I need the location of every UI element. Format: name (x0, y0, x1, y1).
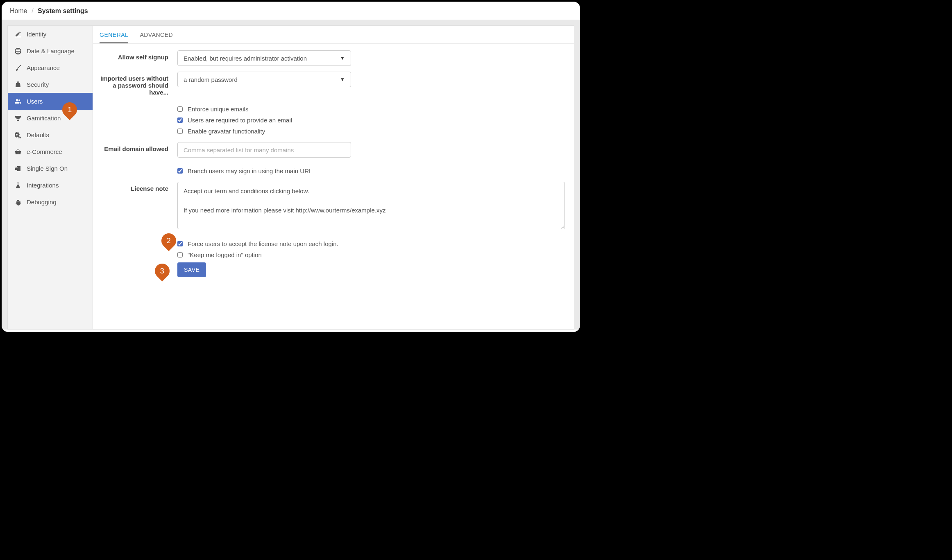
sidebar-item-label: Date & Language (27, 47, 75, 54)
label-enforce-unique-emails: Enforce unique emails (188, 106, 248, 113)
label-imported-users: Imported users without a password should… (100, 72, 177, 96)
breadcrumb: Home / System settings (2, 2, 580, 20)
tab-advanced[interactable]: ADVANCED (140, 32, 173, 43)
trophy-icon (14, 115, 23, 122)
sidebar-item-integrations[interactable]: Integrations (8, 177, 93, 194)
sidebar-item-gamification[interactable]: Gamification (8, 110, 93, 126)
bag-icon (14, 81, 23, 88)
sidebar-item-label: Gamification (27, 115, 61, 122)
label-require-email: Users are required to provide an email (188, 117, 292, 124)
pencil-square-icon (14, 31, 23, 38)
sidebar-item-label: Debugging (27, 199, 57, 205)
sidebar-item-identity[interactable]: Identity (8, 26, 93, 43)
sidebar: Identity Date & Language Appearance Secu… (7, 25, 93, 330)
sidebar-item-label: Users (27, 98, 43, 105)
bug-icon (14, 199, 23, 205)
sidebar-item-label: Identity (27, 31, 46, 38)
sidebar-item-label: Single Sign On (27, 165, 68, 172)
label-enable-gravatar: Enable gravatar functionality (188, 128, 265, 135)
settings-window: Home / System settings Identity Date & L… (0, 0, 582, 334)
label-license-note: License note (100, 182, 177, 192)
sidebar-item-users[interactable]: Users (8, 93, 93, 110)
label-allow-self-signup: Allow self signup (100, 50, 177, 61)
sidebar-item-label: e-Commerce (27, 148, 62, 155)
checkbox-enforce-unique-emails[interactable] (177, 106, 183, 112)
sidebar-item-security[interactable]: Security (8, 76, 93, 93)
tabs: GENERAL ADVANCED (93, 26, 574, 44)
gears-icon (14, 132, 23, 138)
select-value: Enabled, but requires administrator acti… (184, 55, 307, 62)
caret-down-icon: ▼ (340, 55, 345, 61)
checkbox-keep-logged-in[interactable] (177, 252, 183, 257)
basket-icon (14, 149, 23, 155)
flask-icon (14, 182, 23, 189)
select-value: a random password (184, 76, 238, 83)
sidebar-item-label: Integrations (27, 182, 59, 189)
select-allow-self-signup[interactable]: Enabled, but requires administrator acti… (177, 50, 351, 66)
breadcrumb-home[interactable]: Home (10, 7, 27, 14)
caret-down-icon: ▼ (340, 77, 345, 82)
sidebar-item-ecommerce[interactable]: e-Commerce (8, 143, 93, 160)
form-area: Allow self signup Enabled, but requires … (93, 44, 574, 327)
sidebar-item-label: Security (27, 81, 49, 88)
save-button[interactable]: SAVE (177, 262, 206, 277)
signin-icon (14, 165, 23, 172)
sidebar-item-label: Appearance (27, 64, 60, 71)
breadcrumb-sep: / (32, 7, 33, 14)
input-email-domain-allowed[interactable] (177, 142, 351, 158)
sidebar-item-date-language[interactable]: Date & Language (8, 43, 93, 59)
checkbox-require-email[interactable] (177, 117, 183, 123)
label-keep-logged-in: "Keep me logged in" option (188, 251, 262, 258)
sidebar-item-debugging[interactable]: Debugging (8, 194, 93, 210)
sidebar-item-defaults[interactable]: Defaults (8, 126, 93, 143)
globe-icon (14, 48, 23, 54)
select-imported-users[interactable]: a random password ▼ (177, 72, 351, 87)
label-force-accept-license: Force users to accept the license note u… (188, 240, 338, 247)
label-email-domain-allowed: Email domain allowed (100, 142, 177, 152)
body-area: Identity Date & Language Appearance Secu… (2, 20, 580, 330)
label-branch-signin: Branch users may sign in using the main … (188, 167, 312, 174)
sidebar-item-label: Defaults (27, 131, 49, 138)
checkbox-enable-gravatar[interactable] (177, 129, 183, 134)
checkbox-force-accept-license[interactable] (177, 241, 183, 246)
brush-icon (14, 65, 23, 71)
textarea-license-note[interactable] (177, 182, 565, 229)
tab-general[interactable]: GENERAL (100, 32, 128, 43)
checkbox-branch-signin[interactable] (177, 168, 183, 174)
sidebar-item-sso[interactable]: Single Sign On (8, 160, 93, 177)
users-icon (14, 98, 23, 105)
main-panel: GENERAL ADVANCED Allow self signup Enabl… (93, 25, 574, 330)
breadcrumb-current: System settings (38, 7, 88, 14)
sidebar-item-appearance[interactable]: Appearance (8, 59, 93, 76)
